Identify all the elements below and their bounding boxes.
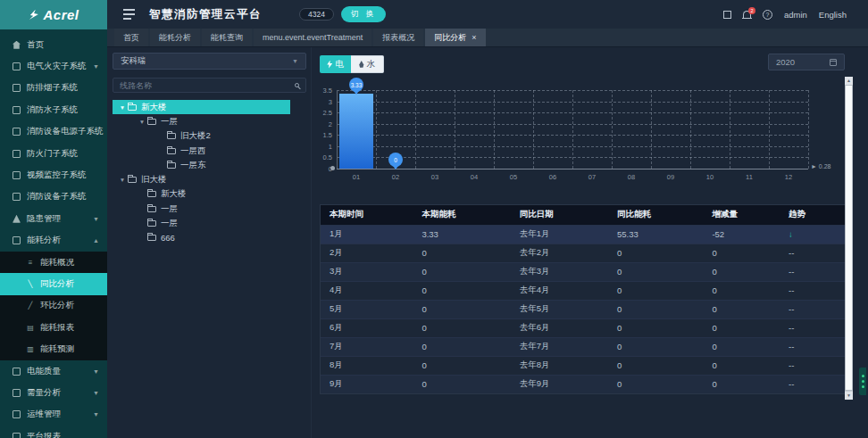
table-cell: 0 <box>608 281 703 300</box>
sidebar-item[interactable]: 防排烟子系统 <box>0 78 107 99</box>
floating-side-tag[interactable] <box>859 368 866 395</box>
close-icon[interactable]: × <box>472 33 476 42</box>
energy-analysis-icon <box>13 236 21 244</box>
tree-node[interactable]: ▼一层 <box>113 114 290 128</box>
bar-month-01[interactable] <box>339 94 373 169</box>
sidebar-item[interactable]: 平台报表 <box>0 426 107 438</box>
sidebar-subitem[interactable]: ╱环比分析 <box>0 295 107 317</box>
sidebar-item[interactable]: 消防设备电源子系统 <box>0 121 107 143</box>
tab-同比分析[interactable]: 同比分析× <box>425 29 485 46</box>
sidebar-item[interactable]: 能耗分析▲ <box>0 230 107 252</box>
table-cell: 0 <box>703 337 780 356</box>
language-switch[interactable]: English <box>819 10 847 20</box>
sidebar-subitem-label: 能耗预测 <box>40 343 74 355</box>
tree-node[interactable]: 新大楼 <box>113 187 290 202</box>
tab-label: 能耗分析 <box>159 32 191 44</box>
bell-icon[interactable]: 2 <box>743 11 751 18</box>
table-cell: 去年9月 <box>511 375 608 393</box>
tree-expander-icon[interactable]: ▼ <box>118 104 127 111</box>
column-header: 本期能耗 <box>413 205 510 225</box>
tree-node[interactable]: ▼旧大楼 <box>113 172 290 186</box>
content-scrollbar[interactable]: ▲ ▼ <box>845 77 853 400</box>
line-search-input[interactable] <box>120 81 295 90</box>
tab-能耗分析[interactable]: 能耗分析 <box>150 29 200 46</box>
tree-expander-icon[interactable]: ▼ <box>138 119 146 125</box>
fire-device-icon <box>13 193 21 201</box>
sidebar-item[interactable]: 首页 <box>0 34 107 55</box>
sidebar-subitem[interactable]: ▤能耗报表 <box>0 317 107 338</box>
help-icon[interactable]: ? <box>763 10 772 20</box>
table-cell: -- <box>780 356 846 375</box>
sidebar-item[interactable]: 防火门子系统 <box>0 143 107 164</box>
table-cell: 0 <box>413 337 510 356</box>
tree-node[interactable]: 一层 <box>113 202 290 216</box>
tree-node[interactable]: 一层东 <box>113 158 290 172</box>
sidebar-subitem[interactable]: ≡能耗概况 <box>0 252 107 273</box>
tab-label: 报表概况 <box>382 32 414 44</box>
search-icon[interactable] <box>295 83 299 87</box>
sidebar-item[interactable]: 电能质量▼ <box>0 360 107 382</box>
tree-node[interactable]: 666 <box>113 231 290 245</box>
table-cell: 0 <box>703 262 780 281</box>
calendar-icon <box>830 59 837 66</box>
axis-handle[interactable] <box>330 166 335 170</box>
table-cell: -- <box>780 300 846 318</box>
sidebar-item[interactable]: 视频监控子系统 <box>0 164 107 186</box>
能耗报表-icon: ▤ <box>26 324 35 332</box>
water-toggle-button[interactable]: 水 <box>351 55 384 73</box>
menu-collapse-icon[interactable] <box>123 13 135 15</box>
tab-报表概况[interactable]: 报表概况 <box>373 29 423 46</box>
sidebar-item[interactable]: 需量分析▼ <box>0 382 107 403</box>
sidebar-subitem-label: 同比分析 <box>40 278 74 290</box>
sidebar-item-label: 首页 <box>27 39 44 51</box>
scroll-up-icon[interactable]: ▲ <box>845 77 853 85</box>
tab-menu.event.eventTreatment[interactable]: menu.event.eventTreatment <box>254 29 371 46</box>
column-header: 同比日期 <box>511 205 608 225</box>
project-select[interactable]: 安科瑞 ▼ <box>113 53 306 70</box>
v-gridline <box>769 90 770 169</box>
table-cell: -- <box>780 281 846 300</box>
video-monitor-icon <box>13 171 21 179</box>
y-axis-tick: 3.5 <box>314 87 332 95</box>
tree-node[interactable]: ▼新大楼 <box>113 100 290 114</box>
x-axis-tick: 09 <box>661 173 680 181</box>
sidebar-item-label: 消防设备子系统 <box>27 191 87 202</box>
table-cell: 去年5月 <box>511 300 608 318</box>
sidebar-item[interactable]: 电气火灾子系统▼ <box>0 55 107 77</box>
sidebar-item[interactable]: 消防设备子系统 <box>0 186 107 208</box>
sidebar-subitem[interactable]: ▥能耗预测 <box>0 338 107 359</box>
sidebar-item[interactable]: 运维管理▼ <box>0 404 107 426</box>
sidebar-item[interactable]: 消防水子系统 <box>0 99 107 120</box>
table-cell: 0 <box>608 356 703 375</box>
table-cell: 去年4月 <box>511 281 608 300</box>
tab-能耗查询[interactable]: 能耗查询 <box>202 29 252 46</box>
folder-icon <box>167 148 176 154</box>
table-cell: 0 <box>703 281 780 300</box>
electric-toggle-button[interactable]: 电 <box>320 55 351 73</box>
scroll-down-icon[interactable]: ▼ <box>845 392 853 400</box>
tab-首页[interactable]: 首页 <box>114 29 148 46</box>
sidebar-subitem[interactable]: ╲同比分析 <box>0 273 107 294</box>
year-picker[interactable]: 2020 <box>768 54 845 70</box>
scrollbar-thumb[interactable] <box>845 85 853 391</box>
tree-node[interactable]: 一层 <box>113 216 290 230</box>
switch-button[interactable]: 切 换 <box>341 6 386 22</box>
ops-management-icon <box>13 410 21 418</box>
username[interactable]: admin <box>784 10 807 20</box>
table-cell: 去年2月 <box>511 244 608 262</box>
x-axis-tick: 04 <box>464 173 484 181</box>
table-cell: 3月 <box>321 262 413 281</box>
table-cell: 去年3月 <box>511 262 608 281</box>
v-gridline <box>730 90 730 169</box>
acrel-logo-icon <box>28 10 38 21</box>
tree-node-label: 旧大楼 <box>141 174 167 186</box>
tree-expander-icon[interactable]: ▼ <box>118 177 127 183</box>
tree-node[interactable]: 一层西 <box>113 144 290 158</box>
fullscreen-icon[interactable] <box>723 11 731 19</box>
notification-badge: 2 <box>748 7 755 14</box>
table-cell: 3.33 <box>413 225 510 244</box>
sidebar-item[interactable]: 隐患管理▼ <box>0 208 107 229</box>
table-row: 9月0去年9月00-- <box>321 375 846 393</box>
tree-node[interactable]: 旧大楼2 <box>113 129 290 144</box>
sidebar-item-label: 平台报表 <box>27 431 61 438</box>
